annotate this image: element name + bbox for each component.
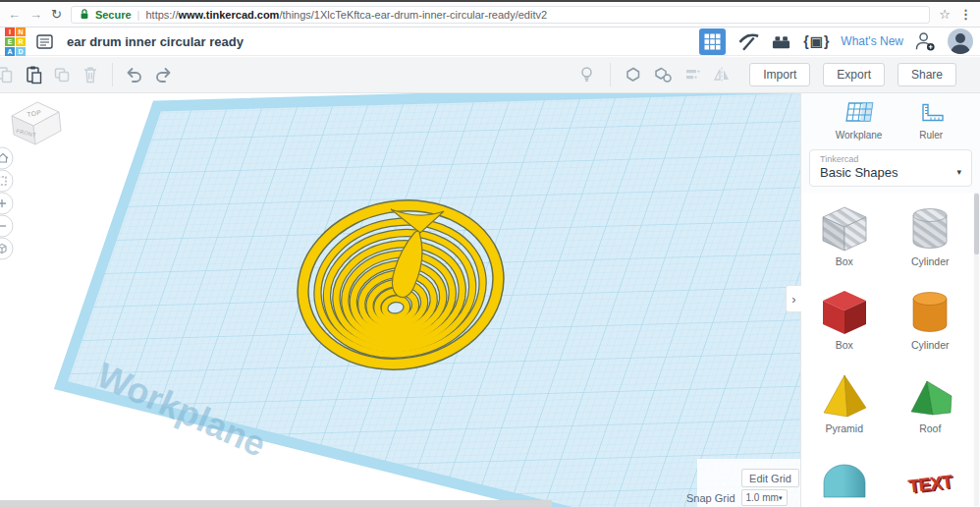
- url-domain: www.tinkercad.com: [179, 9, 280, 21]
- logo-cell: D: [16, 47, 26, 56]
- shape-tile-box-red[interactable]: Box: [801, 276, 888, 360]
- box-striped-icon: [815, 201, 874, 253]
- shape-tools: Import Export Share: [577, 63, 980, 86]
- viewport-3d[interactable]: Workplane: [0, 93, 800, 507]
- pyramid-icon: [815, 368, 874, 420]
- redo-icon[interactable]: [153, 65, 173, 84]
- dropdown-brand-label: Tinkercad: [820, 154, 961, 164]
- view-cube[interactable]: TOP FRONT: [12, 102, 61, 144]
- share-button[interactable]: Share: [898, 63, 956, 86]
- avatar-silhouette-icon: [948, 28, 973, 54]
- logo-cell: E: [5, 37, 15, 46]
- address-bar[interactable]: Secure | https://www.tinkercad.com/thing…: [71, 6, 930, 24]
- pickaxe-icon: [736, 30, 759, 52]
- person-add-icon: [914, 30, 937, 52]
- dropdown-selected-value: Basic Shapes: [820, 165, 961, 180]
- header-actions: {▣} What's New: [699, 28, 980, 55]
- browser-reload-icon[interactable]: ↻: [51, 8, 62, 21]
- whats-new-link[interactable]: What's New: [841, 34, 903, 48]
- browser-forward-icon[interactable]: →: [29, 8, 42, 21]
- snap-grid-value: 1.0 mm: [746, 492, 779, 503]
- scene-canvas: Workplane: [0, 93, 800, 507]
- shape-label: Cylinder: [911, 339, 950, 351]
- tinkercad-logo[interactable]: I N E R A D: [5, 28, 26, 56]
- browser-menu-icon[interactable]: ⋮: [959, 7, 972, 22]
- clipboard-tools: [0, 63, 173, 86]
- shape-category-dropdown[interactable]: Tinkercad Basic Shapes ▾: [809, 149, 972, 187]
- shapes-panel: › Workplane Ruler: [800, 93, 980, 507]
- export-button[interactable]: Export: [823, 63, 885, 86]
- snap-grid-control: Snap Grid 1.0 mm ▾: [686, 489, 788, 506]
- design-title[interactable]: ear drum inner circular ready: [67, 34, 244, 49]
- properties-list-icon: [36, 33, 54, 50]
- codeblocks-button[interactable]: {▣}: [803, 33, 830, 49]
- design-view-button[interactable]: [699, 28, 726, 55]
- shape-tile-cylinder-orange[interactable]: Cylinder: [888, 276, 974, 360]
- show-all-lightbulb-icon[interactable]: [577, 65, 597, 84]
- panel-scrollbar[interactable]: [974, 193, 979, 506]
- page-url: https://www.tinkercad.com/things/1XlcTeK…: [145, 9, 547, 21]
- shape-label: Box: [836, 255, 853, 267]
- delete-icon[interactable]: [81, 65, 100, 84]
- logo-cell: R: [16, 37, 26, 46]
- invite-user-button[interactable]: [914, 30, 937, 52]
- secure-label: Secure: [95, 9, 132, 21]
- shape-tile-round-roof[interactable]: Round Roof: [801, 443, 888, 507]
- browser-toolbar: ← → ↻ Secure | https://www.tinkercad.com…: [0, 2, 980, 28]
- shape-label: Pyramid: [825, 422, 863, 434]
- ruler-helper-button[interactable]: Ruler: [916, 100, 946, 141]
- snap-grid-caret-icon: ▾: [779, 494, 783, 502]
- workplane-helper-label: Workplane: [836, 130, 883, 141]
- roof-icon: [900, 368, 959, 420]
- cylinder-striped-icon: [900, 201, 959, 253]
- shape-label: Roof: [919, 422, 941, 434]
- app-header: I N E R A D ear drum inner circular read…: [0, 28, 980, 56]
- minecraft-export-button[interactable]: [736, 30, 759, 52]
- panel-scrollbar-thumb[interactable]: [974, 194, 979, 254]
- shape-tile-box-striped[interactable]: Box: [801, 193, 888, 276]
- logo-cell: A: [5, 47, 15, 56]
- box-red-icon: [815, 285, 874, 336]
- paste-icon[interactable]: [24, 65, 43, 84]
- mirror-icon[interactable]: [712, 65, 732, 84]
- text-3d-icon: TEXT TEXT: [900, 452, 959, 503]
- panel-helpers: Workplane Ruler: [801, 93, 980, 141]
- design-properties-button[interactable]: [36, 33, 54, 50]
- panel-collapse-button[interactable]: ›: [786, 285, 801, 312]
- padlock-icon: [80, 8, 89, 21]
- brick-export-button[interactable]: [770, 32, 792, 50]
- copy-icon[interactable]: [0, 65, 15, 84]
- shape-gallery: Box Cylinder Box: [801, 193, 973, 507]
- align-icon[interactable]: [682, 65, 702, 84]
- shape-tile-text[interactable]: TEXT TEXT Text: [888, 443, 974, 507]
- edit-grid-button[interactable]: Edit Grid: [741, 469, 799, 487]
- browser-back-icon[interactable]: ←: [8, 8, 21, 21]
- duplicate-icon[interactable]: [52, 65, 72, 84]
- tinkercad-editor-window: ← → ↻ Secure | https://www.tinkercad.com…: [0, 0, 980, 507]
- workplane-helper-button[interactable]: Workplane: [836, 100, 883, 141]
- workplane-grid-icon: [843, 100, 876, 127]
- ruler-helper-label: Ruler: [919, 130, 943, 141]
- user-avatar[interactable]: [948, 28, 973, 54]
- shape-tile-cylinder-striped[interactable]: Cylinder: [888, 193, 974, 276]
- undo-icon[interactable]: [125, 65, 144, 84]
- edit-toolbar: Import Export Share: [0, 57, 980, 93]
- logo-cell: N: [16, 28, 26, 36]
- toolbar-separator: [610, 63, 611, 86]
- round-roof-icon: [815, 452, 874, 503]
- shape-tile-pyramid[interactable]: Pyramid: [801, 360, 888, 443]
- shape-label: Box: [836, 339, 853, 351]
- shape-label: Cylinder: [911, 255, 950, 267]
- snap-grid-select[interactable]: 1.0 mm ▾: [741, 489, 788, 506]
- shape-tile-roof[interactable]: Roof: [888, 360, 974, 443]
- view-nav-controls[interactable]: [0, 147, 13, 259]
- chevron-down-icon: ▾: [956, 167, 961, 177]
- ungroup-icon[interactable]: [653, 65, 673, 84]
- group-icon[interactable]: [624, 65, 643, 84]
- toolbar-separator: [112, 63, 113, 86]
- chevron-right-icon: ›: [791, 292, 795, 307]
- bookmark-star-icon[interactable]: ☆: [939, 7, 951, 22]
- window-bottom-strip: [0, 500, 552, 507]
- url-scheme: https://: [145, 9, 178, 21]
- import-button[interactable]: Import: [749, 63, 810, 86]
